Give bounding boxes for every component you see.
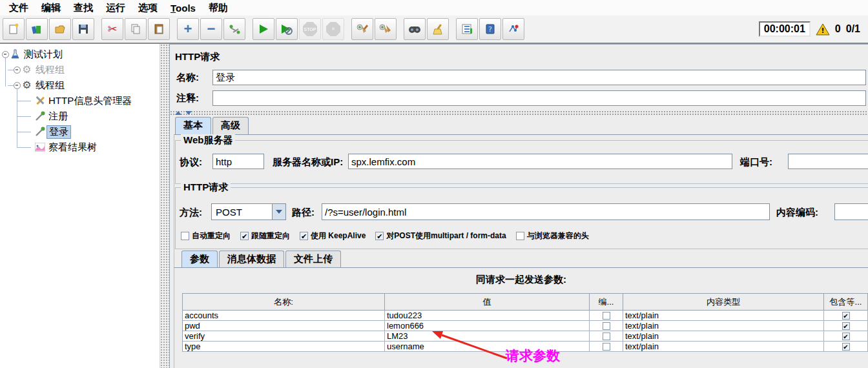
param-encode-cell[interactable] xyxy=(590,321,623,331)
combo-arrow-button[interactable] xyxy=(272,204,285,220)
save-button[interactable] xyxy=(72,18,94,40)
menu-search[interactable]: 查找 xyxy=(67,1,99,15)
editor-splitter[interactable] xyxy=(170,110,868,116)
checkbox[interactable]: ✔ xyxy=(842,343,850,351)
tree-item-test-plan[interactable]: 测试计划 xyxy=(10,46,63,62)
tab-file-upload[interactable]: 文件上传 xyxy=(285,250,341,268)
checkbox[interactable]: ✔ xyxy=(842,332,850,340)
binoculars-icon xyxy=(408,24,421,34)
menu-tools[interactable]: Tools xyxy=(164,1,202,15)
tab-body-data[interactable]: 消息体数据 xyxy=(219,250,284,268)
start-no-pauses-button[interactable] xyxy=(276,18,298,40)
checkbox[interactable]: ✔ xyxy=(375,232,384,240)
param-name-cell[interactable]: verify xyxy=(183,331,385,342)
help-button[interactable]: ? xyxy=(479,18,501,40)
param-include-equals-cell[interactable]: ✔ xyxy=(824,311,868,321)
option-keepalive[interactable]: ✔使用 KeepAlive xyxy=(300,230,366,241)
checkbox[interactable] xyxy=(603,322,610,330)
warning-icon[interactable]: ! xyxy=(816,23,830,36)
tab-parameters[interactable]: 参数 xyxy=(181,250,218,268)
tree-item-thread-group-disabled[interactable]: ⚙ 线程组 xyxy=(21,62,65,77)
http-request-group: HTTP请求 方法: POST 路径: 内容编码: 自动重定向 ✔跟随重定向 ✔… xyxy=(175,187,868,249)
method-select[interactable]: POST xyxy=(211,203,286,220)
clear-all-button[interactable] xyxy=(375,18,397,40)
collapse-up-icon[interactable] xyxy=(175,111,181,115)
col-header-value[interactable]: 值 xyxy=(385,294,590,311)
menu-options[interactable]: 选项 xyxy=(132,1,164,15)
remove-button[interactable]: − xyxy=(200,18,222,40)
search-button[interactable] xyxy=(404,18,426,40)
param-value-cell[interactable]: tudou223 xyxy=(385,311,590,321)
tree-item-thread-group[interactable]: ⚙ 线程组 xyxy=(21,77,65,93)
module-graph-button[interactable] xyxy=(502,18,524,40)
option-auto-redirect[interactable]: 自动重定向 xyxy=(181,230,231,241)
menu-file[interactable]: 文件 xyxy=(3,1,35,15)
collapse-down-icon[interactable] xyxy=(185,111,192,115)
param-encode-cell[interactable] xyxy=(590,342,623,352)
option-follow-redirects[interactable]: ✔跟随重定向 xyxy=(240,230,290,241)
checkbox[interactable]: ✔ xyxy=(300,232,308,240)
templates-button[interactable] xyxy=(26,18,48,40)
checkbox[interactable] xyxy=(181,232,189,240)
tree-item-header-manager[interactable]: HTTP信息头管理器 xyxy=(34,93,132,108)
tab-advanced[interactable]: 高级 xyxy=(212,117,249,134)
clear-search-button[interactable] xyxy=(427,18,449,40)
checkbox[interactable]: ✔ xyxy=(842,322,850,330)
param-include-equals-cell[interactable]: ✔ xyxy=(824,342,868,352)
cut-button[interactable]: ✂ xyxy=(101,18,123,40)
menu-edit[interactable]: 编辑 xyxy=(35,1,67,15)
port-input[interactable] xyxy=(788,154,868,169)
option-multipart[interactable]: ✔对POST使用multipart / form-data xyxy=(375,230,506,241)
checkbox[interactable]: ✔ xyxy=(842,312,850,320)
checkbox[interactable] xyxy=(603,312,610,320)
col-header-include-equals[interactable]: 包含等... xyxy=(824,294,868,311)
clear-button[interactable] xyxy=(351,18,373,40)
path-input[interactable] xyxy=(322,203,770,220)
start-button[interactable] xyxy=(253,18,274,40)
menu-help[interactable]: 帮助 xyxy=(202,1,234,15)
param-encode-cell[interactable] xyxy=(590,311,623,321)
paste-button[interactable] xyxy=(148,18,170,40)
menu-run[interactable]: 运行 xyxy=(99,1,132,15)
add-button[interactable]: + xyxy=(177,18,199,40)
param-value-cell[interactable]: LM23 xyxy=(385,331,590,342)
tree-expand-handle[interactable] xyxy=(2,51,9,58)
checkbox[interactable]: ✔ xyxy=(240,232,249,240)
param-content-type-cell[interactable]: text/plain xyxy=(623,311,824,321)
shutdown-icon: ✕ xyxy=(326,22,340,36)
checkbox[interactable] xyxy=(603,343,610,351)
param-include-equals-cell[interactable]: ✔ xyxy=(824,331,868,342)
col-header-encode[interactable]: 编... xyxy=(590,294,623,311)
encoding-input[interactable] xyxy=(834,203,868,220)
new-file-button[interactable] xyxy=(3,18,25,40)
tree-item-register-sampler[interactable]: 注册 xyxy=(34,108,68,124)
protocol-input[interactable] xyxy=(212,154,264,169)
tree-expand-handle[interactable] xyxy=(14,82,21,89)
function-helper-button[interactable] xyxy=(456,18,478,40)
tree-item-label-selected: 登录 xyxy=(46,125,71,139)
option-browser-compatible-headers[interactable]: 与浏览器兼容的头 xyxy=(516,230,589,241)
tree-item-login-sampler[interactable]: 登录 xyxy=(34,124,71,139)
col-header-content-type[interactable]: 内容类型 xyxy=(623,294,824,311)
tree-item-view-results-tree[interactable]: 察看结果树 xyxy=(34,139,97,155)
param-name-cell[interactable]: type xyxy=(183,342,385,352)
param-include-equals-cell[interactable]: ✔ xyxy=(824,321,868,331)
comment-input[interactable] xyxy=(212,90,866,106)
param-name-cell[interactable]: pwd xyxy=(183,321,385,331)
name-input[interactable] xyxy=(212,70,866,85)
checkbox[interactable] xyxy=(516,232,524,240)
tree-expand-handle[interactable] xyxy=(14,66,21,74)
param-encode-cell[interactable] xyxy=(590,331,623,342)
server-input[interactable] xyxy=(348,154,732,169)
param-content-type-cell[interactable]: text/plain xyxy=(623,342,824,352)
param-content-type-cell[interactable]: text/plain xyxy=(623,331,824,342)
open-button[interactable] xyxy=(49,18,71,40)
param-content-type-cell[interactable]: text/plain xyxy=(623,321,824,331)
param-name-cell[interactable]: accounts xyxy=(183,311,385,321)
toggle-button[interactable] xyxy=(223,18,245,40)
checkbox[interactable] xyxy=(603,332,610,340)
copy-button[interactable] xyxy=(125,18,147,40)
param-value-cell[interactable]: lemon666 xyxy=(385,321,590,331)
tab-basic[interactable]: 基本 xyxy=(175,117,211,134)
col-header-name[interactable]: 名称: xyxy=(183,294,385,311)
